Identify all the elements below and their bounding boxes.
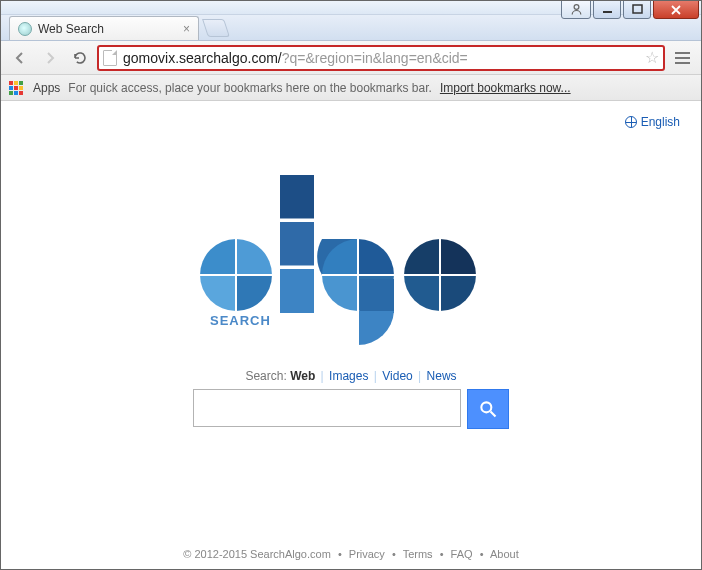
url-query: ?q=&region=in&lang=en&cid= [282, 50, 468, 66]
algo-logo: SEARCH [196, 175, 526, 347]
address-bar[interactable]: gomovix.searchalgo.com/?q=&region=in&lan… [97, 45, 665, 71]
svg-rect-2 [633, 5, 642, 13]
footer-link-terms[interactable]: Terms [403, 548, 433, 560]
url-text: gomovix.searchalgo.com/?q=&region=in&lan… [123, 50, 641, 66]
browser-toolbar: gomovix.searchalgo.com/?q=&region=in&lan… [1, 41, 701, 75]
svg-rect-6 [360, 279, 394, 313]
footer-link-about[interactable]: About [490, 548, 519, 560]
apps-label[interactable]: Apps [33, 81, 60, 95]
url-domain: gomovix.searchalgo.com/ [123, 50, 282, 66]
footer-copyright: © 2012-2015 SearchAlgo.com [183, 548, 331, 560]
svg-rect-1 [603, 11, 612, 13]
language-label: English [641, 115, 680, 129]
globe-icon [625, 116, 637, 128]
language-selector[interactable]: English [625, 115, 680, 129]
svg-line-16 [491, 412, 496, 417]
svg-rect-3 [280, 175, 314, 219]
maximize-button[interactable] [623, 0, 651, 19]
tab-close-icon[interactable]: × [183, 22, 190, 36]
page-icon [103, 50, 117, 66]
window-titlebar [1, 1, 701, 15]
search-button[interactable] [467, 389, 509, 429]
search-tab-news[interactable]: News [427, 369, 457, 383]
svg-rect-5 [280, 269, 314, 313]
window-controls [561, 0, 699, 19]
bookmark-star-icon[interactable]: ☆ [645, 48, 659, 67]
search-tab-images[interactable]: Images [329, 369, 368, 383]
logo-search-text: SEARCH [210, 313, 271, 328]
hamburger-menu-icon[interactable] [669, 45, 695, 71]
center-column: SEARCH Search: Web | Images | Video | Ne… [2, 175, 700, 429]
user-switch-button[interactable] [561, 0, 591, 19]
globe-favicon-icon [18, 22, 32, 36]
minimize-button[interactable] [593, 0, 621, 19]
new-tab-button[interactable] [202, 19, 230, 37]
reload-button[interactable] [67, 45, 93, 71]
search-tab-web[interactable]: Web [290, 369, 315, 383]
footer-link-privacy[interactable]: Privacy [349, 548, 385, 560]
search-tabs-prefix: Search: [245, 369, 286, 383]
browser-tab[interactable]: Web Search × [9, 16, 199, 40]
search-input[interactable] [193, 389, 461, 427]
svg-rect-4 [280, 222, 314, 266]
svg-point-15 [481, 402, 491, 412]
tab-title: Web Search [38, 22, 104, 36]
search-category-tabs: Search: Web | Images | Video | News [245, 369, 456, 383]
page-footer: © 2012-2015 SearchAlgo.com • Privacy • T… [2, 548, 700, 560]
search-box [193, 389, 509, 429]
bookmarks-hint: For quick access, place your bookmarks h… [68, 81, 432, 95]
page-content: English [2, 101, 700, 568]
search-tab-video[interactable]: Video [382, 369, 412, 383]
close-window-button[interactable] [653, 0, 699, 19]
import-bookmarks-link[interactable]: Import bookmarks now... [440, 81, 571, 95]
svg-point-0 [574, 5, 579, 10]
language-bar: English [2, 101, 700, 135]
footer-link-faq[interactable]: FAQ [451, 548, 473, 560]
apps-grid-icon[interactable] [9, 81, 23, 95]
back-button[interactable] [7, 45, 33, 71]
forward-button[interactable] [37, 45, 63, 71]
bookmarks-bar: Apps For quick access, place your bookma… [1, 75, 701, 101]
search-icon [478, 399, 498, 419]
